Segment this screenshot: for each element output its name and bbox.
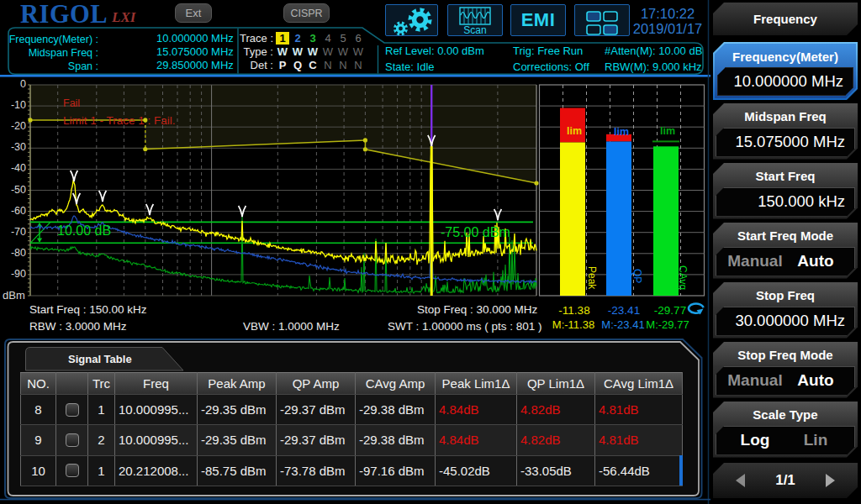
svg-text:M:-11.38: M:-11.38	[552, 318, 594, 331]
svg-text:lim: lim	[567, 125, 582, 137]
svg-text:-11.38: -11.38	[558, 304, 589, 317]
svg-text:QP: QP	[631, 269, 643, 283]
svg-text:Peak: Peak	[586, 266, 598, 290]
svg-text:lim: lim	[614, 126, 629, 138]
svg-text:lim: lim	[660, 125, 675, 137]
svg-text:M:-23.41: M:-23.41	[601, 318, 644, 331]
svg-text:-29.77: -29.77	[654, 304, 686, 317]
svg-text:-23.41: -23.41	[608, 304, 640, 317]
svg-text:M:-29.77: M:-29.77	[646, 318, 689, 331]
svg-text:CAvg: CAvg	[677, 265, 689, 290]
